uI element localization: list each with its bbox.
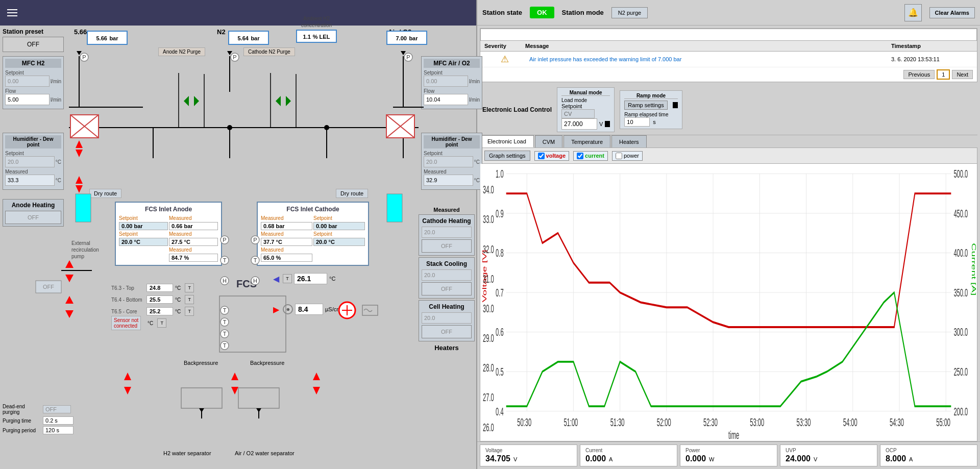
- voltage-checkbox[interactable]: [538, 153, 545, 159]
- humid-left-setpoint-input[interactable]: [5, 156, 55, 167]
- svg-text:54:00: 54:00: [843, 416, 857, 429]
- power-checkbox[interactable]: [616, 153, 622, 159]
- preset-off-button[interactable]: OFF: [3, 37, 64, 52]
- prev-page-button[interactable]: Previous: [903, 70, 935, 79]
- purging-period-input[interactable]: [43, 426, 74, 434]
- tab-electronic-load[interactable]: Electronic Load: [480, 135, 534, 147]
- svg-text:0.8: 0.8: [496, 247, 503, 259]
- t63-row: T6.3 - Top °C T: [111, 283, 194, 292]
- alarm-search-input[interactable]: [480, 29, 977, 41]
- svg-line-26: [70, 115, 99, 138]
- dead-end-purging-input[interactable]: [43, 405, 71, 413]
- elc-setpoint-input[interactable]: [561, 118, 597, 130]
- station-mode-label: Station mode: [562, 9, 604, 16]
- n2-gas-label: N2: [217, 28, 226, 36]
- cathode-heating-temp[interactable]: [422, 227, 472, 238]
- current-checkbox-label[interactable]: current: [573, 151, 608, 161]
- humid-right-title: Humidifier - Dew point: [424, 135, 480, 149]
- stack-cooling-temp[interactable]: [422, 269, 472, 281]
- current-value-box: Current 0.000 A: [580, 445, 677, 466]
- svg-text:400.0: 400.0: [953, 247, 968, 259]
- dry-route-right-label: Dry route: [336, 189, 368, 198]
- svg-marker-30: [76, 140, 83, 148]
- next-page-button[interactable]: Next: [952, 70, 973, 79]
- conductivity-row: ▶ ⊕ µS/cm: [273, 304, 341, 315]
- right-controls-panel: Measured Cathode Heating OFF Stack Cooli…: [419, 207, 475, 352]
- menu-button[interactable]: [4, 5, 20, 21]
- elc-play-button[interactable]: [605, 121, 610, 127]
- svg-marker-31: [76, 150, 83, 157]
- station-mode-button[interactable]: N2 purge: [611, 7, 648, 18]
- mfc-h2-box: MFC H2 Setpoint l/min Flow l/min: [3, 56, 64, 109]
- bell-button[interactable]: 🔔: [904, 4, 922, 21]
- current-checkbox[interactable]: [577, 153, 583, 159]
- fcs-temp-input: [294, 273, 327, 284]
- purging-time-input[interactable]: [43, 416, 74, 425]
- humid-right-box: Humidifier - Dew point Setpoint °C Measu…: [421, 133, 482, 190]
- humid-left-measured-input: [5, 175, 55, 186]
- mfc-air-setpoint-input[interactable]: [424, 76, 468, 87]
- svg-text:H: H: [223, 278, 227, 284]
- svg-marker-79: [231, 373, 238, 380]
- svg-text:P: P: [82, 54, 86, 60]
- page-1-button[interactable]: 1: [937, 69, 950, 80]
- svg-text:26.0: 26.0: [483, 422, 494, 434]
- backpressure-right-label: Backpressure: [250, 360, 284, 366]
- measured-label: Measured: [419, 207, 475, 213]
- svg-marker-22: [256, 408, 261, 412]
- tab-cvm[interactable]: CVM: [535, 135, 562, 147]
- svg-point-40: [80, 53, 88, 61]
- t66-indicator: T: [157, 318, 166, 328]
- fcs-center-label: FCS: [236, 278, 257, 290]
- svg-text:28.0: 28.0: [483, 362, 494, 374]
- clear-alarms-button[interactable]: Clear Alarms: [929, 7, 975, 18]
- anode-heating-box: Anode Heating OFF: [3, 199, 64, 227]
- power-checkbox-label[interactable]: power: [612, 151, 643, 161]
- h2-gas-label: 5.66: [74, 28, 87, 36]
- cell-heating-off-btn[interactable]: OFF: [422, 325, 472, 338]
- mfc-h2-setpoint-input[interactable]: [5, 76, 50, 87]
- svg-point-54: [220, 277, 229, 285]
- h2-water-separator-label: H2 water separator: [163, 450, 211, 456]
- ramp-play-button[interactable]: [673, 102, 678, 108]
- svg-text:T: T: [223, 331, 227, 337]
- voltage-checkbox-label[interactable]: voltage: [534, 151, 570, 161]
- sensor-not-connected: Sensor notconnected: [111, 316, 141, 330]
- svg-marker-36: [276, 96, 281, 106]
- mfc-h2-flow-input[interactable]: [5, 94, 50, 105]
- tab-temperature[interactable]: Temperature: [564, 135, 610, 147]
- svg-text:T: T: [223, 257, 227, 263]
- svg-marker-34: [184, 96, 189, 106]
- ramp-elapsed-input[interactable]: [624, 117, 650, 127]
- ocp-value-box: OCP 8.000 A: [880, 445, 977, 466]
- svg-rect-69: [362, 305, 378, 315]
- alarm-header: Severity Message Timestamp: [480, 41, 977, 52]
- svg-line-25: [70, 115, 99, 138]
- mfc-air-flow-input[interactable]: [424, 94, 468, 105]
- t65-row: T6.5 - Core °C T: [111, 307, 194, 316]
- svg-marker-33: [76, 185, 83, 193]
- anode-heating-off-button[interactable]: OFF: [5, 211, 61, 224]
- ramp-settings-button[interactable]: Ramp settings: [624, 101, 667, 110]
- elc-load-mode-input: [561, 109, 595, 118]
- cathode-heating-off-btn[interactable]: OFF: [422, 239, 472, 253]
- stack-cooling-panel: Stack Cooling OFF: [419, 257, 475, 299]
- svg-point-64: [220, 341, 229, 350]
- station-preset-area: Station preset OFF: [3, 28, 69, 52]
- anode-n2-purge-label: Anode N2 Purge: [158, 47, 205, 56]
- tab-heaters[interactable]: Heaters: [611, 135, 647, 147]
- pipe-diagram: P P P P P T T H H T T T T: [0, 26, 477, 418]
- svg-text:54:30: 54:30: [890, 416, 904, 429]
- t63-indicator: T: [185, 283, 194, 292]
- ambient-h2-box: Ambient H2concentration 1.1 % LEL: [296, 15, 337, 42]
- stack-cooling-off-btn[interactable]: OFF: [422, 282, 472, 295]
- graph-settings-button[interactable]: Graph settings: [484, 151, 530, 161]
- svg-text:OFF: OFF: [43, 284, 54, 290]
- svg-text:0.7: 0.7: [496, 287, 503, 299]
- svg-text:500.0: 500.0: [953, 168, 968, 180]
- svg-line-28: [386, 115, 414, 138]
- graph-svg: 1.0 0.9 0.8 0.7 0.6 0.5 0.4 Voltage [V] …: [480, 164, 977, 441]
- cell-heating-temp[interactable]: [422, 312, 472, 324]
- humid-right-setpoint-input[interactable]: [424, 156, 473, 167]
- ok-badge: OK: [530, 7, 554, 18]
